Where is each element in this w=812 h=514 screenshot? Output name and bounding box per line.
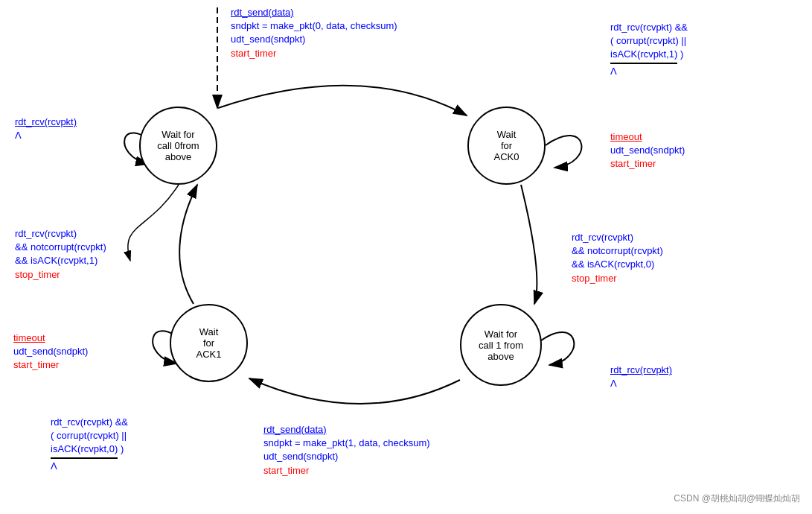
label-bot-line2: sndpkt = make_pkt(1, data, checksum) xyxy=(263,437,430,450)
label-timeout-ack0: timeout udt_send(sndpkt) start_timer xyxy=(610,130,685,171)
label-top-right-lambda: Λ xyxy=(610,65,688,78)
label-left-mid-stop: stop_timer xyxy=(15,268,106,282)
label-bottom-left: rdt_rcv(rcvpkt) && ( corrupt(rcvpkt) || … xyxy=(51,416,128,473)
state-wait-call-1-label: Wait forcall 1 fromabove xyxy=(479,329,523,362)
state-wait-call-0: Wait forcall 0fromabove xyxy=(139,107,217,185)
label-left-mid-line1: rdt_rcv(rcvpkt) xyxy=(15,227,106,241)
watermark: CSDN @胡桃灿胡@蝴蝶灿灿胡 xyxy=(674,492,800,505)
label-top-right: rdt_rcv(rcvpkt) && ( corrupt(rcvpkt) || … xyxy=(610,21,688,78)
label-timeout-ack1-timeout: timeout xyxy=(13,332,45,343)
label-left-middle: rdt_rcv(rcvpkt) && notcorrupt(rcvpkt) &&… xyxy=(15,227,106,282)
label-top-line2: sndpkt = make_pkt(0, data, checksum) xyxy=(231,19,397,33)
label-bot-left-line2: ( corrupt(rcvpkt) || xyxy=(51,429,128,442)
label-right-mid-line3: && isACK(rcvpkt,0) xyxy=(572,258,663,271)
label-left-top-lambda: Λ xyxy=(15,129,77,142)
label-bot-left-line3: isACK(rcvpkt,0) ) xyxy=(51,442,128,456)
state-wait-ack1: WaitforACK1 xyxy=(170,304,248,382)
state-wait-ack1-label: WaitforACK1 xyxy=(196,326,222,360)
state-wait-call-0-label: Wait forcall 0fromabove xyxy=(157,129,199,162)
label-left-top-rcv: rdt_rcv(rcvpkt) xyxy=(15,116,77,127)
label-timeout-ack0-start: start_timer xyxy=(610,157,685,171)
label-top-line1: rdt_send(data) xyxy=(231,7,294,18)
label-bot-line1: rdt_send(data) xyxy=(263,424,327,435)
label-top-right-line3: isACK(rcvpkt,1) ) xyxy=(610,48,688,61)
label-top-line4: start_timer xyxy=(231,47,397,60)
label-timeout-ack1-start: start_timer xyxy=(13,358,88,372)
label-top: rdt_send(data) sndpkt = make_pkt(0, data… xyxy=(231,6,397,60)
label-right-mid-line2: && notcorrupt(rcvpkt) xyxy=(572,244,663,258)
label-right-bottom: rdt_rcv(rcvpkt) Λ xyxy=(610,364,672,390)
label-timeout-ack0-timeout: timeout xyxy=(610,131,642,142)
label-timeout-ack1-udt: udt_send(sndpkt) xyxy=(13,345,88,358)
label-bot-left-lambda: Λ xyxy=(51,460,128,473)
label-bot-left-line1: rdt_rcv(rcvpkt) && xyxy=(51,416,128,429)
label-right-mid-line1: rdt_rcv(rcvpkt) xyxy=(572,231,663,244)
state-wait-ack0: WaitforACK0 xyxy=(467,107,546,185)
label-right-bot-lambda: Λ xyxy=(610,377,672,390)
label-timeout-ack0-udt: udt_send(sndpkt) xyxy=(610,144,685,157)
label-left-mid-line3: && isACK(rcvpkt,1) xyxy=(15,254,106,267)
label-left-top: rdt_rcv(rcvpkt) Λ xyxy=(15,115,77,142)
label-right-bot-rcv: rdt_rcv(rcvpkt) xyxy=(610,364,672,375)
label-bot-line4: start_timer xyxy=(263,464,430,477)
label-top-right-line2: ( corrupt(rcvpkt) || xyxy=(610,34,688,48)
label-top-line3: udt_send(sndpkt) xyxy=(231,33,397,46)
label-bot-line3: udt_send(sndpkt) xyxy=(263,450,430,463)
label-right-mid-stop: stop_timer xyxy=(572,272,663,285)
state-wait-ack0-label: WaitforACK0 xyxy=(494,129,520,162)
label-bottom: rdt_send(data) sndpkt = make_pkt(1, data… xyxy=(263,423,430,477)
state-wait-call-1: Wait forcall 1 fromabove xyxy=(460,304,542,386)
label-right-middle: rdt_rcv(rcvpkt) && notcorrupt(rcvpkt) &&… xyxy=(572,231,663,285)
diagram-container: wait-ack0 (top, going right) --> wait-ca… xyxy=(0,0,812,514)
label-left-mid-line2: && notcorrupt(rcvpkt) xyxy=(15,241,106,254)
label-top-right-line1: rdt_rcv(rcvpkt) && xyxy=(610,21,688,34)
label-timeout-ack1: timeout udt_send(sndpkt) start_timer xyxy=(13,331,88,372)
